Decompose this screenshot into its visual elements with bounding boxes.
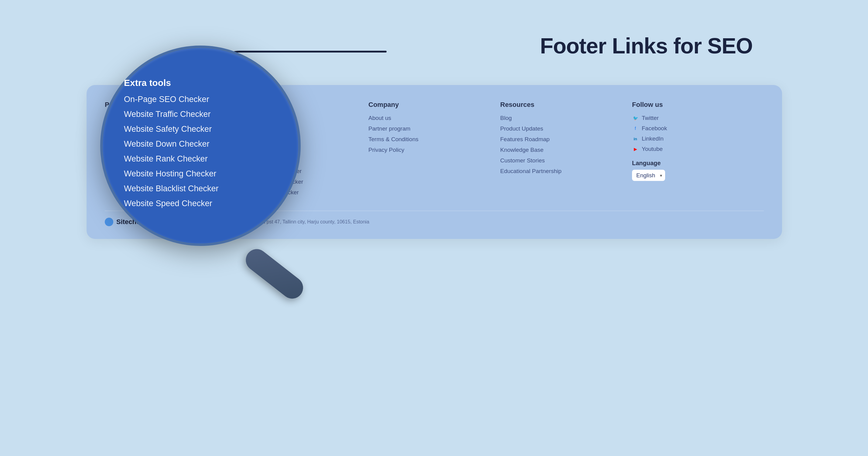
footer-logo: Sitechecker: [105, 218, 154, 226]
linkedin-icon: in: [632, 135, 639, 142]
footer-heading-resources: Resources: [500, 101, 632, 109]
footer-link-product-updates[interactable]: Product Updates: [500, 125, 632, 132]
footer-col-products: Products Site Audit Site Monitoring Rank…: [105, 101, 237, 200]
footer-copyright: is owned and operated by Boosta Inc OU P…: [162, 219, 369, 225]
footer-link[interactable]: About us: [368, 115, 500, 122]
footer-link-customer-stories[interactable]: Customer Stories: [500, 157, 632, 164]
footer-link[interactable]: Terms & Conditions: [368, 136, 500, 143]
footer-heading-extratools: Extra tools: [237, 101, 368, 109]
footer-link[interactable]: Website Down Checker: [237, 146, 368, 153]
footer-heading-products: Products: [105, 101, 237, 109]
footer-link-features-roadmap[interactable]: Features Roadmap: [500, 136, 632, 143]
footer-link-knowledge-base[interactable]: Knowledge Base: [500, 146, 632, 153]
footer-link[interactable]: Backlink Checker: [105, 146, 237, 153]
footer-heading-company: Company: [368, 101, 500, 109]
footer-card: Products Site Audit Site Monitoring Rank…: [87, 85, 782, 239]
facebook-icon: f: [632, 125, 639, 132]
magnifier-handle: [242, 245, 308, 303]
language-dropdown[interactable]: English: [632, 170, 665, 181]
footer-link[interactable]: Website Hosting Checker: [237, 168, 368, 174]
footer-link[interactable]: Site Monitoring: [105, 125, 237, 132]
footer-col-followus: Follow us 🐦 Twitter f Facebook in Linked…: [632, 101, 764, 200]
footer-bottom: Sitechecker is owned and operated by Boo…: [105, 211, 764, 226]
footer-columns: Products Site Audit Site Monitoring Rank…: [105, 101, 764, 200]
footer-link-educational[interactable]: Educational Partnership: [500, 168, 632, 174]
footer-link[interactable]: SEO Checker: [105, 157, 237, 164]
footer-link[interactable]: Website Speed Checker: [237, 189, 368, 196]
connector-line: [179, 42, 392, 85]
language-label: Language: [632, 160, 764, 167]
logo-text: Sitechecker: [116, 218, 154, 226]
facebook-link[interactable]: Facebook: [642, 125, 667, 132]
footer-link[interactable]: Rank Tracker: [105, 136, 237, 143]
footer-col-resources: Resources Blog Product Updates Features …: [500, 101, 632, 200]
footer-link[interactable]: On-Page SEO Checker: [237, 115, 368, 122]
footer-link[interactable]: White Label: [105, 168, 237, 174]
footer-link[interactable]: Site Audit: [105, 115, 237, 122]
footer-link[interactable]: Website Blacklist Checker: [237, 178, 368, 185]
twitter-link[interactable]: Twitter: [642, 115, 659, 122]
page-title: Footer Links for SEO: [540, 33, 752, 58]
footer-col-company: Company About us Partner program Terms &…: [368, 101, 500, 200]
youtube-link[interactable]: Youtube: [642, 146, 663, 153]
footer-link-traffic[interactable]: Website Traffic Checker: [237, 125, 368, 132]
linkedin-link[interactable]: LinkedIn: [642, 135, 663, 142]
social-row-linkedin: in LinkedIn: [632, 135, 764, 142]
social-row-twitter: 🐦 Twitter: [632, 115, 764, 122]
footer-heading-followus: Follow us: [632, 101, 764, 109]
logo-dot: [105, 218, 113, 226]
youtube-icon: ▶: [632, 146, 639, 153]
footer-link[interactable]: Partner program: [368, 125, 500, 132]
language-select-wrap: English: [632, 170, 665, 181]
social-row-facebook: f Facebook: [632, 125, 764, 132]
footer-link[interactable]: Privacy Policy: [368, 146, 500, 153]
footer-link-blog[interactable]: Blog: [500, 115, 632, 122]
footer-link[interactable]: Website Safety Checker: [237, 136, 368, 143]
footer-link[interactable]: Website Rank Checker: [237, 157, 368, 164]
twitter-icon: 🐦: [632, 115, 639, 122]
language-section: Language English: [632, 160, 764, 181]
footer-col-extratools: Extra tools On-Page SEO Checker Website …: [237, 101, 368, 200]
social-row-youtube: ▶ Youtube: [632, 146, 764, 153]
